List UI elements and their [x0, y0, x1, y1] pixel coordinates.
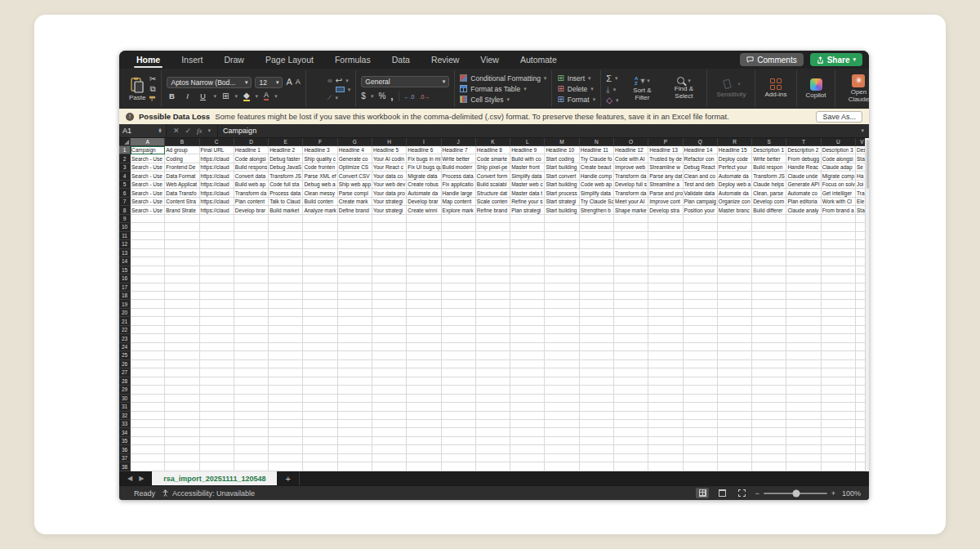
orientation-button[interactable]: ⟋	[327, 95, 332, 101]
cell-R19[interactable]	[718, 300, 752, 308]
cell-H27[interactable]	[372, 368, 407, 377]
cut-icon[interactable]: ✂	[149, 75, 156, 83]
chevron-down-icon[interactable]: ▾	[371, 93, 374, 100]
cell-A7[interactable]: Search - Use	[131, 198, 165, 206]
cell-K14[interactable]	[476, 257, 510, 266]
tab-home[interactable]: Home	[126, 51, 171, 69]
cell-G25[interactable]	[338, 351, 372, 359]
cell-D28[interactable]	[234, 377, 269, 386]
cell-I22[interactable]	[407, 326, 441, 334]
cell-L6[interactable]: Master data t	[510, 189, 545, 197]
row-header-30[interactable]: 30	[119, 395, 131, 403]
cell-A11[interactable]	[131, 232, 165, 240]
cell-F2[interactable]: Ship quality c	[303, 154, 337, 163]
cell-L18[interactable]	[510, 292, 545, 300]
cell-K36[interactable]	[476, 445, 510, 453]
cell-E36[interactable]	[269, 445, 303, 453]
cell-O34[interactable]	[614, 428, 648, 436]
cell-E37[interactable]	[269, 454, 303, 462]
confirm-entry-icon[interactable]: ✓	[185, 127, 192, 135]
cell-R28[interactable]	[718, 377, 752, 386]
cell-U26[interactable]	[822, 360, 856, 368]
cell-O37[interactable]	[614, 454, 648, 462]
cell-I17[interactable]	[407, 283, 441, 292]
cell-D2[interactable]: Code alongsi	[234, 154, 269, 163]
cell-G17[interactable]	[338, 283, 372, 292]
cell-E1[interactable]: Headline 2	[269, 146, 303, 154]
cell-O19[interactable]	[614, 300, 648, 308]
cell-U10[interactable]	[822, 223, 856, 231]
cell-C17[interactable]	[200, 283, 234, 292]
zoom-out-button[interactable]: −	[755, 489, 759, 498]
cell-J37[interactable]	[442, 454, 476, 462]
cell-T25[interactable]	[786, 351, 821, 359]
cell-K25[interactable]	[476, 351, 510, 359]
cell-P22[interactable]	[648, 326, 683, 334]
cell-P33[interactable]	[648, 420, 683, 428]
cell-T29[interactable]	[786, 386, 821, 394]
column-header-B[interactable]: B	[165, 138, 199, 146]
cell-G38[interactable]	[338, 462, 372, 471]
cell-P37[interactable]	[648, 454, 683, 462]
cell-I32[interactable]	[407, 412, 441, 420]
cell-T18[interactable]	[786, 292, 821, 300]
cell-S4[interactable]: Transform JS	[752, 172, 786, 180]
cell-M35[interactable]	[545, 437, 579, 445]
format-button[interactable]: ⊞ Format ▾	[557, 96, 595, 104]
cell-B26[interactable]	[165, 360, 199, 368]
cell-F18[interactable]	[303, 292, 337, 300]
cell-C23[interactable]	[200, 334, 234, 342]
cell-F36[interactable]	[303, 445, 337, 453]
row-header-27[interactable]: 27	[119, 368, 131, 377]
cell-K6[interactable]: Structure dat	[476, 189, 510, 197]
cell-A2[interactable]: Search - Use	[131, 154, 165, 163]
cell-R33[interactable]	[718, 420, 752, 428]
cell-U37[interactable]	[822, 454, 856, 462]
cell-H23[interactable]	[372, 334, 407, 342]
cell-A36[interactable]	[131, 445, 165, 453]
cell-N15[interactable]	[580, 266, 614, 274]
cell-Q24[interactable]	[684, 343, 718, 351]
cell-N1[interactable]: Headline 11	[580, 146, 614, 154]
cell-S3[interactable]: Build respon	[752, 163, 786, 172]
shrink-font-button[interactable]: A	[296, 78, 301, 86]
column-header-Q[interactable]: Q	[684, 138, 718, 146]
align-top-button[interactable]	[311, 79, 316, 83]
percent-button[interactable]: %	[378, 92, 385, 100]
cell-S15[interactable]	[752, 266, 786, 274]
cell-S28[interactable]	[752, 377, 786, 386]
cell-P17[interactable]	[648, 283, 683, 292]
cell-A35[interactable]	[131, 437, 165, 445]
cell-U38[interactable]	[822, 462, 856, 471]
cell-N9[interactable]	[580, 215, 614, 223]
row-header-14[interactable]: 14	[119, 257, 131, 266]
cell-A4[interactable]: Search - Use	[131, 172, 165, 180]
cell-U33[interactable]	[822, 420, 856, 428]
cell-T34[interactable]	[786, 428, 821, 436]
cell-U16[interactable]	[822, 274, 856, 283]
row-header-29[interactable]: 29	[119, 386, 131, 394]
cell-G13[interactable]	[338, 249, 372, 257]
cell-N19[interactable]	[580, 300, 614, 308]
font-name-select[interactable]: Aptos Narrow (Bod... ▾	[167, 77, 252, 88]
format-painter-icon[interactable]	[149, 95, 156, 102]
cell-I5[interactable]: Create robus	[407, 181, 441, 189]
cell-L37[interactable]	[510, 454, 545, 462]
cell-Q17[interactable]	[684, 283, 718, 292]
cell-K28[interactable]	[476, 377, 510, 386]
cell-O25[interactable]	[614, 351, 648, 359]
cell-P1[interactable]: Headline 13	[648, 146, 683, 154]
cell-O13[interactable]	[614, 249, 648, 257]
cell-S17[interactable]	[752, 283, 786, 292]
tab-review[interactable]: Review	[421, 51, 470, 69]
cell-P13[interactable]	[648, 249, 683, 257]
column-header-R[interactable]: R	[718, 138, 752, 146]
cell-B4[interactable]: Data Format	[165, 172, 199, 180]
cell-G10[interactable]	[338, 223, 372, 231]
cell-U35[interactable]	[822, 437, 856, 445]
cell-J17[interactable]	[442, 283, 476, 292]
cell-R13[interactable]	[718, 249, 752, 257]
cell-S24[interactable]	[752, 343, 786, 351]
cell-E31[interactable]	[269, 403, 303, 411]
cell-S2[interactable]: Write better	[752, 154, 786, 163]
